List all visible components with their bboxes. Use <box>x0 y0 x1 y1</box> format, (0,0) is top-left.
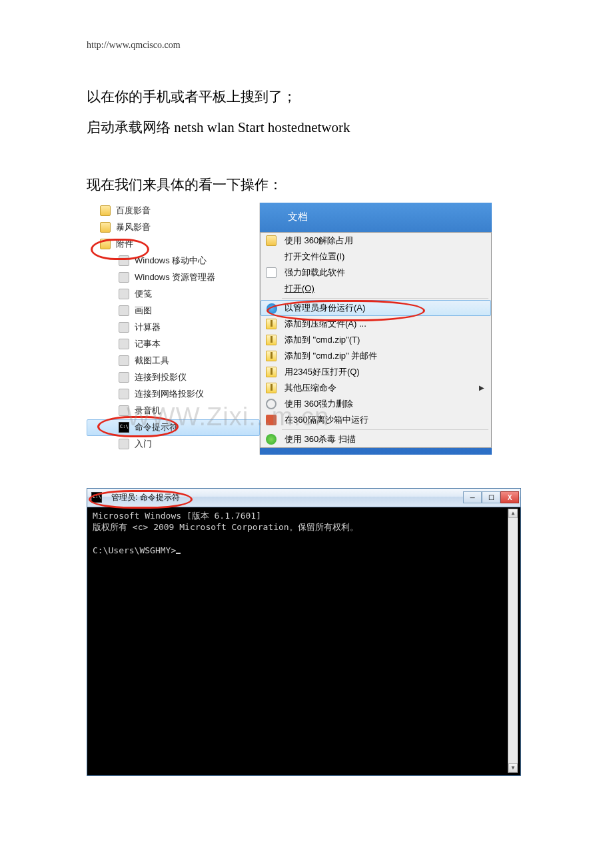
acc-connect-projector[interactable]: 连接到投影仪 <box>87 369 260 386</box>
item-label: 截图工具 <box>135 355 169 367</box>
maximize-button[interactable]: ☐ <box>482 491 500 503</box>
ctx-add-cmdzip-mail[interactable]: 添加到 "cmd.zip" 并邮件 <box>261 348 491 364</box>
ctx-label: 其他压缩命令 <box>285 382 336 394</box>
ctx-open[interactable]: 打开(O) <box>261 281 491 297</box>
ctx-label: 使用 360解除占用 <box>285 235 353 247</box>
cmd-icon <box>119 422 129 433</box>
ctx-add-archive[interactable]: 添加到压缩文件(A) ... <box>261 316 491 332</box>
context-header[interactable]: 文档 <box>260 203 492 232</box>
ctx-360-unlock[interactable]: 使用 360解除占用 <box>261 233 491 249</box>
ctx-force-uninstall[interactable]: 强力卸载此软件 <box>261 265 491 281</box>
trash-icon <box>266 267 277 278</box>
paragraph-1: 以在你的手机或者平板上搜到了； <box>87 84 526 111</box>
folder-label: 百度影音 <box>116 205 151 217</box>
page-header-url: http://www.qmcisco.com <box>87 40 526 51</box>
ctx-label: 在360隔离沙箱中运行 <box>285 414 368 426</box>
cmd-scrollbar[interactable]: ▲ ▼ <box>508 509 518 773</box>
ctx-label: 添加到 "cmd.zip" 并邮件 <box>285 350 377 362</box>
item-label: 画图 <box>135 305 152 317</box>
ctx-label: 打开(O) <box>285 283 314 295</box>
acc-explorer[interactable]: Windows 资源管理器 <box>87 269 260 286</box>
ctx-label: 以管理员身份运行(A) <box>285 302 365 314</box>
start-folder-accessories[interactable]: 附件 <box>87 236 260 253</box>
app-icon <box>119 389 129 399</box>
ctx-open-location[interactable]: 打开文件位置(I) <box>261 249 491 265</box>
item-label: 记事本 <box>135 338 161 350</box>
scroll-up-icon[interactable]: ▲ <box>508 509 518 518</box>
acc-sticky-notes[interactable]: 便笺 <box>87 286 260 303</box>
folder-icon <box>100 239 111 249</box>
start-menu-panel[interactable]: 百度影音 暴风影音 附件 Windows 移动中心 Windows 资源管理器 … <box>87 203 260 455</box>
cmd-icon <box>91 492 102 503</box>
ctx-separator <box>282 298 488 299</box>
ctx-360-sandbox[interactable]: 在360隔离沙箱中运行 <box>261 412 491 428</box>
item-label: Windows 移动中心 <box>135 255 207 267</box>
submenu-arrow-icon: ▶ <box>479 384 484 391</box>
acc-command-prompt[interactable]: 命令提示符 <box>87 419 260 436</box>
app-icon <box>119 355 129 366</box>
ctx-add-cmdzip[interactable]: 添加到 "cmd.zip"(T) <box>261 332 491 348</box>
app-icon <box>119 339 129 349</box>
close-button[interactable]: X <box>500 491 519 503</box>
item-label: 计算器 <box>135 321 161 333</box>
app-icon <box>119 289 129 299</box>
scroll-track[interactable] <box>508 518 518 763</box>
app-icon <box>119 322 129 333</box>
context-header-label: 文档 <box>288 211 308 223</box>
ctx-separator <box>282 429 488 430</box>
shield-green-icon <box>266 434 277 445</box>
paragraph-2: 启动承载网络 netsh wlan Start hostednetwork <box>87 115 526 141</box>
app-icon <box>119 255 129 266</box>
ctx-label: 添加到 "cmd.zip"(T) <box>285 334 360 346</box>
item-label: Windows 资源管理器 <box>135 271 215 283</box>
start-folder-baofeng[interactable]: 暴风影音 <box>87 219 260 236</box>
ctx-label: 使用 360杀毒 扫描 <box>285 433 356 445</box>
ctx-run-as-admin[interactable]: 以管理员身份运行(A) <box>261 300 491 316</box>
ctx-360-delete[interactable]: 使用 360强力删除 <box>261 396 491 412</box>
acc-getting-started[interactable]: 入门 <box>87 436 260 453</box>
folder-label: 附件 <box>116 238 133 250</box>
zip-icon <box>266 319 277 329</box>
acc-notepad[interactable]: 记事本 <box>87 336 260 353</box>
zip-icon <box>266 383 277 393</box>
acc-paint[interactable]: 画图 <box>87 303 260 319</box>
box-icon <box>266 415 277 425</box>
ctx-other-compress[interactable]: 其他压缩命令▶ <box>261 380 491 396</box>
ctx-label: 使用 360强力删除 <box>285 398 353 410</box>
zip-icon <box>266 335 277 345</box>
cmd-titlebar[interactable]: 管理员: 命令提示符 ─ ☐ X <box>87 489 520 507</box>
ctx-label: 强力卸载此软件 <box>285 267 345 279</box>
ctx-360-scan[interactable]: 使用 360杀毒 扫描 <box>261 431 491 447</box>
start-folder-baidu[interactable]: 百度影音 <box>87 203 260 219</box>
cmd-output[interactable]: Microsoft Windows [版本 6.1.7601] 版权所有 <c>… <box>90 509 508 773</box>
minimize-button[interactable]: ─ <box>463 491 482 503</box>
acc-connect-net-projector[interactable]: 连接到网络投影仪 <box>87 386 260 403</box>
ctx-2345-open[interactable]: 用2345好压打开(Q) <box>261 364 491 380</box>
item-label: 连接到网络投影仪 <box>135 388 204 400</box>
app-icon <box>119 372 129 383</box>
folder-icon <box>266 235 277 246</box>
gear-icon <box>266 399 277 409</box>
cursor-icon <box>176 553 181 554</box>
cmd-line: Microsoft Windows [版本 6.1.7601] <box>93 511 261 521</box>
item-label: 便笺 <box>135 288 152 300</box>
zip-icon <box>266 367 277 377</box>
ctx-label: 添加到压缩文件(A) ... <box>285 318 366 330</box>
cmd-line: 版权所有 <c> 2009 Microsoft Corporation。保留所有… <box>93 522 358 532</box>
context-menu[interactable]: 使用 360解除占用 打开文件位置(I) 强力卸载此软件 打开(O) 以管理员身… <box>260 232 492 448</box>
acc-calculator[interactable]: 计算器 <box>87 319 260 336</box>
item-label: 录音机 <box>135 405 161 417</box>
scroll-down-icon[interactable]: ▼ <box>508 763 518 773</box>
acc-snipping-tool[interactable]: 截图工具 <box>87 353 260 369</box>
ctx-label: 用2345好压打开(Q) <box>285 366 360 378</box>
app-icon <box>119 439 129 449</box>
folder-label: 暴风影音 <box>116 221 151 233</box>
ctx-label: 打开文件位置(I) <box>285 251 344 263</box>
acc-mobility-center[interactable]: Windows 移动中心 <box>87 253 260 269</box>
folder-icon <box>100 205 111 216</box>
screenshot-start-menu: 百度影音 暴风影音 附件 Windows 移动中心 Windows 资源管理器 … <box>87 203 492 455</box>
zip-icon <box>266 351 277 361</box>
acc-sound-recorder[interactable]: 录音机 <box>87 403 260 419</box>
folder-icon <box>100 222 111 233</box>
screenshot-cmd-window: 管理员: 命令提示符 ─ ☐ X Microsoft Windows [版本 6… <box>87 488 521 776</box>
